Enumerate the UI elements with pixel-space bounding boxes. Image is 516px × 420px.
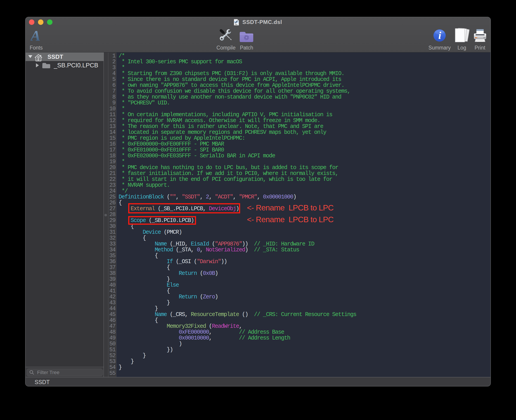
svg-text:i: i (439, 30, 441, 41)
svg-text:DSL: DSL (235, 24, 238, 25)
